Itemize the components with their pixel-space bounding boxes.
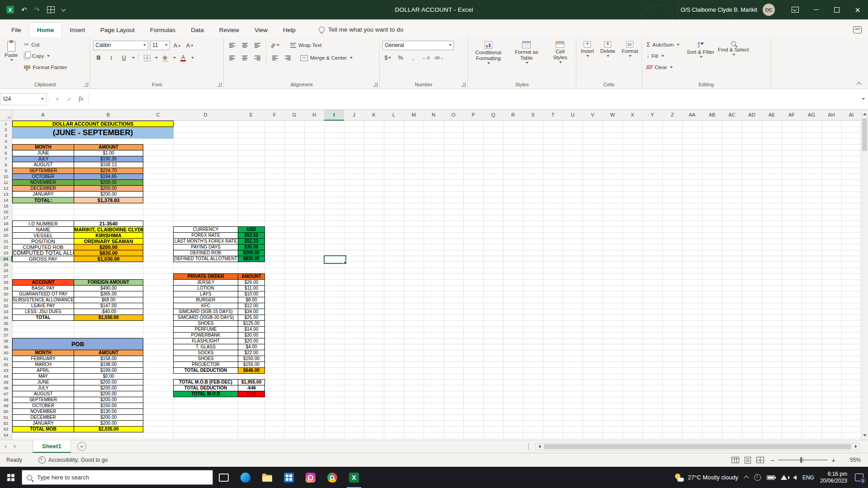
formula-input[interactable] (89, 93, 858, 105)
col-header-N[interactable]: N (424, 109, 444, 121)
cell-E32[interactable]: $12.00 (238, 303, 265, 309)
col-header-AA[interactable]: AA (682, 109, 703, 121)
row-header-47[interactable]: 47 (0, 391, 12, 397)
col-header-H[interactable]: H (304, 109, 325, 121)
row-header-12[interactable]: 12 (0, 185, 12, 192)
col-header-AD[interactable]: AD (742, 109, 762, 121)
font-color-button[interactable] (178, 53, 189, 63)
cell-E47[interactable]: 1309 (238, 391, 265, 397)
accessibility-status[interactable]: Accessibility: Good to go (48, 457, 108, 463)
row-header-42[interactable]: 42 (0, 361, 12, 368)
cell-D46[interactable]: TOTAL DEDUCTION (173, 385, 238, 391)
align-left-button[interactable] (226, 53, 237, 63)
network-icon[interactable] (781, 475, 787, 480)
cell-E42[interactable]: $155.00 (238, 361, 265, 368)
row-header-17[interactable]: 17 (0, 215, 12, 221)
cell-D47[interactable]: TOTAL M.O.B (173, 391, 238, 397)
undo-button[interactable]: ↶ (21, 6, 27, 13)
font-dialog-launcher[interactable] (217, 82, 222, 87)
italic-button[interactable]: I (106, 53, 117, 63)
tray-expand-icon[interactable] (744, 475, 749, 480)
cell-E43[interactable]: $646.00 (238, 367, 265, 374)
col-header-C[interactable]: C (143, 109, 174, 121)
bold-button[interactable]: B (93, 53, 104, 63)
horizontal-scrollbar[interactable] (535, 443, 860, 450)
cell-A6[interactable]: JUNE (12, 150, 74, 156)
col-header-AB[interactable]: AB (702, 109, 722, 121)
cell-A21[interactable]: POSITION (12, 238, 74, 244)
ribbon-display-options-button[interactable] (785, 0, 806, 19)
col-header-AH[interactable]: AH (821, 109, 842, 121)
col-header-AI[interactable]: AI (841, 109, 861, 121)
col-header-Q[interactable]: Q (483, 109, 504, 121)
cell-A48[interactable]: SEPTEMBER (12, 397, 74, 403)
row-header-25[interactable]: 25 (0, 262, 12, 268)
cell-A19[interactable]: NAME (12, 226, 74, 233)
row-header-32[interactable]: 32 (0, 303, 12, 309)
cell-A2[interactable]: (JUNE - SEPTEMBER) (12, 127, 174, 139)
cell-E41[interactable]: $150.00 (238, 356, 265, 362)
cell-A44[interactable]: MAY (12, 373, 74, 380)
cell-A30[interactable]: GUARANTEED OT PAY (12, 291, 74, 297)
cell-E19[interactable]: USD (238, 226, 265, 233)
cell-A47[interactable]: AUGUST (12, 391, 74, 397)
row-header-22[interactable]: 22 (0, 244, 12, 250)
cell-A46[interactable]: JULY (12, 385, 74, 391)
scroll-left-arrow[interactable] (536, 445, 543, 448)
vertical-scroll-thumb[interactable] (862, 118, 867, 151)
col-header-R[interactable]: R (503, 109, 524, 121)
row-header-54[interactable]: 54 (0, 432, 12, 438)
cell-D32[interactable]: KFC (173, 303, 238, 309)
cell-D21[interactable]: LAST MONTH'S FOREX RATE (173, 238, 238, 244)
accounting-format-button[interactable]: $ (382, 53, 393, 63)
new-sheet-button[interactable] (77, 442, 86, 451)
row-header-48[interactable]: 48 (0, 397, 12, 403)
cell-B10[interactable]: $194.65 (74, 174, 143, 180)
autosum-button[interactable]: AutoSum (645, 39, 681, 50)
cell-B6[interactable]: $1.00 (74, 150, 143, 156)
cell-E45[interactable]: $1,955.00 (238, 379, 265, 385)
cell-A1[interactable]: DOLLAR ACCOUNT DEDUCTIONS (12, 121, 174, 127)
language-indicator[interactable]: ENG (802, 474, 814, 481)
row-header-46[interactable]: 46 (0, 385, 12, 391)
enter-button[interactable] (63, 93, 75, 105)
row-header-24[interactable]: 24 (0, 256, 12, 262)
cell-D23[interactable]: DEFINED ROB (173, 250, 238, 256)
cell-B12[interactable]: $200.00 (74, 185, 143, 192)
cell-A5[interactable]: MONTH (12, 144, 74, 150)
zoom-out-button[interactable]: − (770, 456, 774, 464)
cell-A20[interactable]: VESSEL (12, 232, 74, 239)
zoom-slider-thumb[interactable] (800, 457, 802, 463)
number-format-select[interactable]: General (382, 41, 454, 50)
col-header-O[interactable]: O (443, 109, 464, 121)
cell-B52[interactable]: $200.00 (74, 420, 143, 427)
cell-E35[interactable]: $125.00 (238, 320, 265, 327)
cell-D29[interactable]: LOTION (173, 285, 238, 291)
col-header-D[interactable]: D (173, 109, 238, 121)
col-header-AF[interactable]: AF (782, 109, 802, 121)
cell-D30[interactable]: LAYS (173, 291, 238, 297)
selected-cell[interactable] (324, 255, 346, 264)
cell-B53[interactable]: $2,035.00 (74, 426, 143, 432)
format-painter-button[interactable]: Format Painter (22, 61, 69, 73)
cell-B49[interactable]: $150.00 (74, 403, 143, 409)
battery-icon[interactable] (767, 475, 775, 480)
cell-E31[interactable]: $8.00 (238, 297, 265, 303)
cell-B42[interactable]: $198.00 (74, 361, 143, 368)
cell-B47[interactable]: $200.00 (74, 391, 143, 397)
chrome-button[interactable] (321, 467, 343, 488)
ribbon-tab-home[interactable]: Home (29, 22, 62, 37)
middle-align-button[interactable] (239, 40, 250, 50)
col-header-Z[interactable]: Z (662, 109, 683, 121)
col-header-P[interactable]: P (463, 109, 484, 121)
font-size-select[interactable]: 11 (150, 41, 170, 50)
format-as-table-button[interactable]: Format as Table (509, 39, 544, 64)
minimize-button[interactable] (806, 0, 826, 19)
cell-A49[interactable]: OCTOBER (12, 403, 74, 409)
row-header-16[interactable]: 16 (0, 209, 12, 215)
row-header-53[interactable]: 53 (0, 426, 12, 432)
cell-E27[interactable]: AMOUNT (238, 273, 265, 280)
cell-D42[interactable]: PROJECTOR (173, 361, 238, 368)
row-header-40[interactable]: 40 (0, 350, 12, 356)
start-button[interactable] (0, 467, 22, 488)
